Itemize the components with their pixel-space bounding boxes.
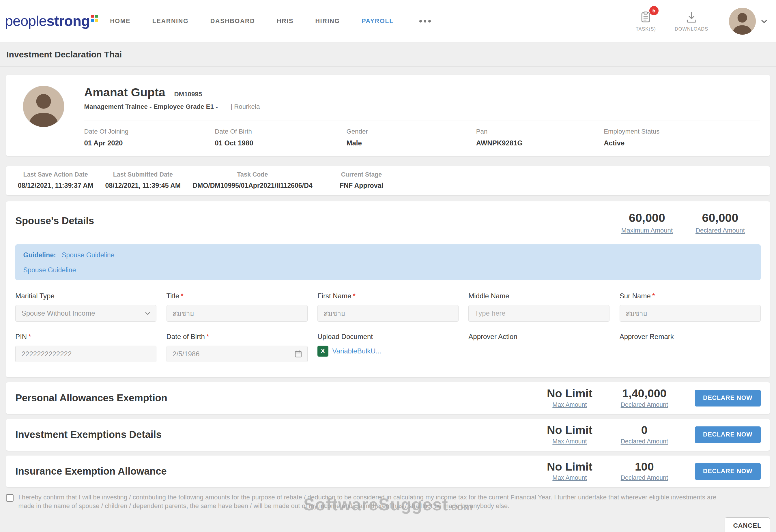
- employee-field-gender: Gender Male: [346, 128, 476, 148]
- pin-label: PIN*: [15, 333, 156, 341]
- section-personal-allowances-exemption: Personal Allowances Exemption No Limit M…: [6, 382, 770, 414]
- employee-code: DM10995: [174, 90, 202, 98]
- page-title: Investment Declaration Thai: [0, 42, 776, 67]
- tasks-badge: 5: [649, 6, 659, 16]
- guideline-banner: Guideline: Spouse Guideline Spouse Guide…: [15, 244, 761, 280]
- employee-field-pan: Pan AWNPK9281G: [476, 128, 604, 148]
- submission-status-card: Last Save Action Date 08/12/2021, 11:39:…: [6, 166, 770, 196]
- nav-item-learning[interactable]: LEARNING: [152, 18, 189, 25]
- required-marker: *: [206, 333, 209, 340]
- logo-grid-icon: [91, 15, 98, 22]
- maximum-amount-link[interactable]: Maximum Amount: [621, 227, 673, 234]
- confirmation-text: I hereby confirm that I will be investin…: [18, 493, 729, 510]
- max-amount-link[interactable]: Max Amount: [552, 438, 587, 445]
- middle-name-input[interactable]: [468, 305, 609, 322]
- max-amount-block: No Limit Max Amount: [540, 461, 599, 482]
- employee-field-employment-status: Employment Status Active: [604, 128, 760, 148]
- employee-name: Amanat Gupta: [84, 86, 165, 99]
- declared-amount-value: 1,40,000: [617, 387, 672, 399]
- nav-item-hiring[interactable]: HIRING: [315, 18, 340, 25]
- uploaded-file-link[interactable]: VariableBulkU...: [332, 347, 381, 355]
- required-marker: *: [652, 292, 655, 300]
- field-first-name: First Name*: [318, 292, 458, 322]
- required-marker: *: [28, 333, 31, 340]
- required-marker: *: [353, 292, 355, 300]
- declared-amount-value: 100: [617, 461, 672, 473]
- spouse-amounts: 60,000 Maximum Amount 60,000 Declared Am…: [621, 211, 745, 235]
- declared-amount-link[interactable]: Declared Amount: [621, 474, 668, 482]
- field-pin: PIN*: [15, 333, 156, 362]
- field-marital-type: Maritial Type Spouse Without Income: [15, 292, 156, 322]
- app-root: peoplestrong HOME LEARNING DASHBOARD HRI…: [0, 0, 776, 532]
- status-current-stage: Current Stage FNF Approval: [340, 171, 383, 190]
- employee-field-date-of-joining: Date Of Joining 01 Apr 2020: [84, 128, 215, 148]
- logo-text: peoplestrong: [5, 13, 90, 29]
- max-amount-block: No Limit Max Amount: [540, 424, 599, 445]
- nav-item-home[interactable]: HOME: [110, 18, 131, 25]
- nav-item-payroll[interactable]: PAYROLL: [362, 18, 394, 25]
- section-investment-exemptions-details: Investment Exemptions Details No Limit M…: [6, 419, 770, 451]
- more-menu-icon[interactable]: [418, 17, 432, 25]
- employee-location: | Rourkela: [231, 103, 260, 110]
- spouse-form: Maritial Type Spouse Without Income Titl…: [15, 292, 761, 363]
- spouse-guideline-link-1[interactable]: Spouse Guideline: [62, 251, 115, 259]
- field-title: Title*: [167, 292, 308, 322]
- title-input[interactable]: [167, 305, 308, 322]
- declare-now-button[interactable]: DECLARE NOW: [695, 463, 761, 480]
- marital-type-value: Spouse Without Income: [22, 309, 95, 317]
- spouse-section-title: Spouse's Details: [15, 215, 94, 227]
- peoplestrong-logo: peoplestrong: [5, 13, 98, 29]
- declared-amount-link[interactable]: Declared Amount: [621, 401, 668, 409]
- sur-name-input[interactable]: [620, 305, 761, 322]
- downloads-button[interactable]: DOWNLOADS: [675, 10, 708, 32]
- pin-input[interactable]: [15, 346, 156, 362]
- chevron-down-icon[interactable]: [760, 17, 768, 25]
- declared-amount-value: 60,000: [696, 211, 745, 225]
- employee-details: Amanat Gupta DM10995 Management Trainee …: [84, 86, 760, 148]
- status-last-submitted-date: Last Submitted Date 08/12/2021, 11:39:45…: [105, 171, 181, 190]
- user-avatar[interactable]: [729, 8, 756, 35]
- employee-designation: Management Trainee - Employee Grade E1 -: [84, 103, 218, 110]
- guideline-label: Guideline:: [23, 251, 56, 259]
- field-middle-name: Middle Name: [468, 292, 609, 322]
- first-name-input[interactable]: [318, 305, 458, 322]
- employee-summary-card: Amanat Gupta DM10995 Management Trainee …: [6, 75, 770, 156]
- spouse-guideline-link-2[interactable]: Spouse Guideline: [23, 266, 76, 274]
- date-of-birth-input[interactable]: [167, 346, 308, 362]
- field-date-of-birth: Date of Birth*: [167, 333, 308, 362]
- employee-avatar-column: [16, 86, 84, 148]
- topbar-actions: 5 TASK(S) DOWNLOADS: [636, 8, 768, 35]
- section-title: Personal Allowances Exemption: [15, 392, 540, 404]
- employee-fields: Date Of Joining 01 Apr 2020 Date Of Birt…: [84, 120, 760, 148]
- marital-type-select[interactable]: Spouse Without Income: [15, 305, 156, 322]
- first-name-label: First Name*: [318, 292, 458, 300]
- nav-item-hris[interactable]: HRIS: [277, 18, 294, 25]
- upload-document-label: Upload Document: [318, 333, 458, 341]
- cancel-button[interactable]: CANCEL: [725, 517, 770, 532]
- max-amount-value: No Limit: [540, 461, 599, 473]
- max-amount-value: No Limit: [540, 424, 599, 436]
- chevron-down-icon: [144, 310, 151, 317]
- employee-avatar: [23, 86, 64, 127]
- field-approver-action: Approver Action: [468, 333, 609, 362]
- declared-amount-link[interactable]: Declared Amount: [621, 438, 668, 445]
- middle-name-label: Middle Name: [468, 292, 609, 300]
- calendar-icon[interactable]: [294, 350, 303, 358]
- confirm-checkbox[interactable]: [6, 494, 14, 502]
- declared-amount-block: 100 Declared Amount: [617, 461, 672, 482]
- declared-amount-link[interactable]: Declared Amount: [696, 227, 745, 234]
- field-sur-name: Sur Name*: [620, 292, 761, 322]
- nav-item-dashboard[interactable]: DASHBOARD: [210, 18, 255, 25]
- max-amount-link[interactable]: Max Amount: [552, 474, 587, 482]
- logo-text-people: people: [5, 13, 46, 29]
- declare-now-button[interactable]: DECLARE NOW: [695, 427, 761, 443]
- declare-now-button[interactable]: DECLARE NOW: [695, 390, 761, 407]
- declared-amount-value: 0: [617, 424, 672, 436]
- tasks-clipboard-icon: 5: [639, 10, 652, 24]
- tasks-button[interactable]: 5 TASK(S): [636, 10, 656, 32]
- user-menu[interactable]: [729, 8, 768, 35]
- declared-amount-block: 1,40,000 Declared Amount: [617, 387, 672, 409]
- max-amount-link[interactable]: Max Amount: [552, 401, 587, 409]
- sur-name-label: Sur Name*: [620, 292, 761, 300]
- date-of-birth-label: Date of Birth*: [167, 333, 308, 341]
